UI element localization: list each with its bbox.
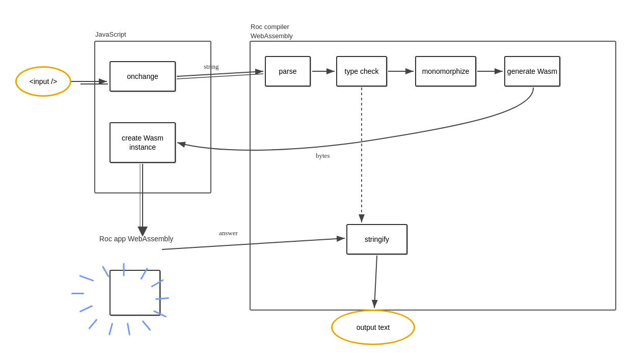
parse-box: parse bbox=[265, 56, 311, 87]
input-ellipse-label: <input /> bbox=[30, 77, 58, 86]
parse-label: parse bbox=[279, 67, 296, 76]
roc-app-box bbox=[110, 270, 160, 316]
roc-app-label: Roc app WebAssembly bbox=[99, 234, 173, 244]
stringify-label: stringify bbox=[365, 235, 389, 244]
generate-wasm-label: generate Wasm bbox=[507, 67, 557, 76]
create-wasm-box: create Wasm instance bbox=[110, 122, 176, 163]
onchange-box: onchange bbox=[110, 61, 176, 92]
onchange-label: onchange bbox=[127, 72, 158, 81]
monomorphize-box: monomorphize bbox=[415, 56, 476, 87]
input-ellipse: <input /> bbox=[15, 66, 71, 97]
roc-compiler-label: Roc compiler WebAssembly bbox=[251, 22, 293, 41]
output-ellipse: output text bbox=[331, 310, 415, 345]
output-ellipse-label: output text bbox=[357, 323, 390, 331]
type-check-box: type check bbox=[336, 56, 387, 87]
monomorphize-label: monomorphize bbox=[422, 67, 470, 76]
type-check-label: type check bbox=[345, 67, 379, 76]
diagram: JavaScript Roc compiler WebAssembly <inp… bbox=[0, 0, 629, 364]
svg-text:answer: answer bbox=[219, 229, 238, 237]
create-wasm-label: create Wasm instance bbox=[111, 133, 175, 152]
generate-wasm-box: generate Wasm bbox=[504, 56, 560, 87]
stringify-box: stringify bbox=[346, 224, 407, 255]
javascript-label: JavaScript bbox=[95, 31, 126, 38]
